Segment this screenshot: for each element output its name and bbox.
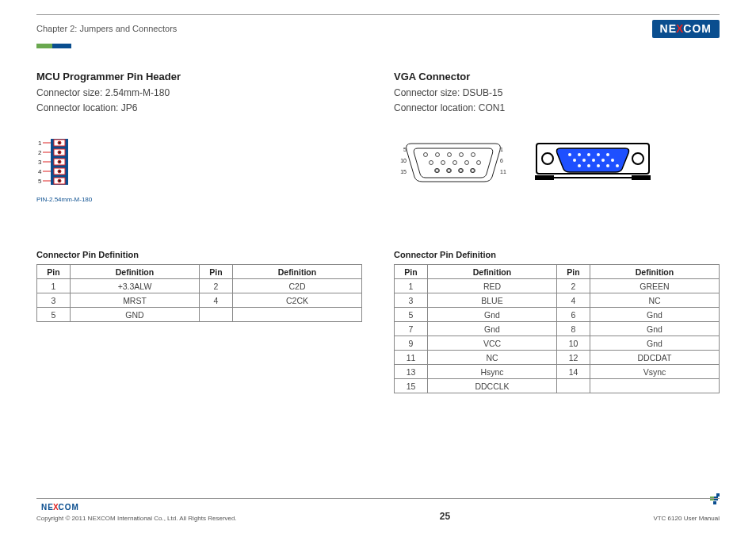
def-cell: VCC xyxy=(428,336,557,351)
svg-rect-60 xyxy=(716,493,720,497)
svg-point-20 xyxy=(472,153,475,157)
def-cell xyxy=(233,308,362,322)
th-def: Definition xyxy=(428,265,557,279)
pin-header-caption: PIN-2.54mm-M-180 xyxy=(36,196,92,203)
pin-cell: 12 xyxy=(557,351,590,365)
dsub15-diagram: 5 1 10 6 15 11 xyxy=(394,137,513,185)
pin-cell xyxy=(200,308,233,322)
vga-connector-size: Connector size: DSUB-15 xyxy=(394,86,720,101)
svg-point-49 xyxy=(611,159,614,162)
svg-point-52 xyxy=(597,164,600,167)
nexcom-logo-footer: NEXCOM xyxy=(36,501,237,513)
def-cell: DDCDAT xyxy=(590,351,720,365)
pin-cell xyxy=(557,379,590,393)
def-cell: Gnd xyxy=(428,308,557,322)
svg-point-47 xyxy=(592,159,595,162)
def-cell: Gnd xyxy=(590,322,720,336)
def-cell: C2CK xyxy=(233,293,362,308)
table-row: 1RED2GREEN xyxy=(395,279,720,293)
svg-point-22 xyxy=(441,161,445,165)
mcu-pin-table: Pin Definition Pin Definition 1+3.3ALW2C… xyxy=(36,264,362,322)
th-def: Definition xyxy=(71,265,200,279)
pin-cell: 6 xyxy=(557,308,590,322)
pin-header-diagram: 1 2 3 4 5 xyxy=(36,137,92,203)
db15-br: 11 xyxy=(500,169,506,174)
th-pin: Pin xyxy=(557,265,590,279)
db15-mr: 6 xyxy=(500,158,503,163)
th-pin: Pin xyxy=(200,265,233,279)
svg-point-41 xyxy=(578,153,581,156)
def-cell: Gnd xyxy=(428,322,557,336)
th-def: Definition xyxy=(590,265,720,279)
def-cell: NC xyxy=(428,351,557,365)
svg-point-17 xyxy=(436,153,440,157)
svg-point-53 xyxy=(606,164,609,167)
svg-point-46 xyxy=(582,159,586,162)
def-cell: DDCCLK xyxy=(428,379,557,393)
svg-point-11 xyxy=(58,160,61,163)
pin-cell: 15 xyxy=(395,379,428,393)
svg-point-16 xyxy=(424,153,428,157)
pin-num-5: 5 xyxy=(38,178,42,185)
pin-num-4: 4 xyxy=(38,168,42,175)
table-row: 11NC12DDCDAT xyxy=(395,351,720,365)
th-pin: Pin xyxy=(37,265,71,279)
vga-port-diagram xyxy=(533,139,652,183)
mcu-title: MCU Programmer Pin Header xyxy=(36,71,362,82)
def-cell: BLUE xyxy=(428,293,557,308)
svg-point-54 xyxy=(616,164,619,167)
th-def: Definition xyxy=(233,265,362,279)
pin-cell: 11 xyxy=(395,351,428,365)
svg-point-25 xyxy=(477,161,481,165)
def-cell: MRST xyxy=(71,293,200,308)
vga-pin-table: Pin Definition Pin Definition 1RED2GREEN… xyxy=(394,264,720,393)
chapter-title: Chapter 2: Jumpers and Connectors xyxy=(36,24,177,33)
pin-cell: 4 xyxy=(200,293,233,308)
pin-cell: 4 xyxy=(557,293,590,308)
logo-part-left: NE xyxy=(41,503,54,512)
svg-point-7 xyxy=(58,141,61,144)
svg-point-45 xyxy=(573,159,576,162)
mcu-connector-size: Connector size: 2.54mm-M-180 xyxy=(36,86,362,101)
svg-point-15 xyxy=(58,179,61,182)
page-number: 25 xyxy=(440,511,450,522)
table-row: 3MRST4C2CK xyxy=(37,293,362,308)
def-cell: Gnd xyxy=(590,336,720,351)
def-cell: Hsync xyxy=(428,365,557,379)
def-cell: NC xyxy=(590,293,720,308)
pin-cell: 1 xyxy=(37,279,71,293)
table-row: 1+3.3ALW2C2D xyxy=(37,279,362,293)
table-row: 9VCC10Gnd xyxy=(395,336,720,351)
pin-cell: 14 xyxy=(557,365,590,379)
table-row: 15DDCCLK xyxy=(395,379,720,393)
svg-point-39 xyxy=(632,153,643,164)
pin-num-1: 1 xyxy=(38,140,42,147)
pin-num-3: 3 xyxy=(38,159,42,166)
svg-point-21 xyxy=(430,161,433,165)
mcu-table-title: Connector Pin Definition xyxy=(36,250,362,259)
logo-part-right: COM xyxy=(59,503,79,512)
th-pin: Pin xyxy=(395,265,428,279)
pin-cell: 13 xyxy=(395,365,428,379)
pin-cell: 2 xyxy=(200,279,233,293)
manual-name: VTC 6120 User Manual xyxy=(653,515,720,522)
def-cell: GREEN xyxy=(590,279,720,293)
svg-point-23 xyxy=(453,161,457,165)
mcu-connector-location: Connector location: JP6 xyxy=(36,101,362,116)
svg-point-18 xyxy=(448,153,452,157)
table-row: 5Gnd6Gnd xyxy=(395,308,720,322)
logo-part-right: COM xyxy=(683,22,712,35)
svg-point-24 xyxy=(465,161,469,165)
pin-cell: 2 xyxy=(557,279,590,293)
svg-point-13 xyxy=(58,170,61,173)
svg-point-51 xyxy=(587,164,590,167)
vga-title: VGA Connector xyxy=(394,71,720,82)
db15-bl: 15 xyxy=(400,169,407,174)
svg-point-9 xyxy=(58,151,61,154)
def-cell: Gnd xyxy=(590,308,720,322)
def-cell: +3.3ALW xyxy=(71,279,200,293)
pin-cell: 9 xyxy=(395,336,428,351)
pin-cell: 7 xyxy=(395,322,428,336)
pin-cell: 3 xyxy=(37,293,71,308)
vga-table-title: Connector Pin Definition xyxy=(394,250,720,259)
